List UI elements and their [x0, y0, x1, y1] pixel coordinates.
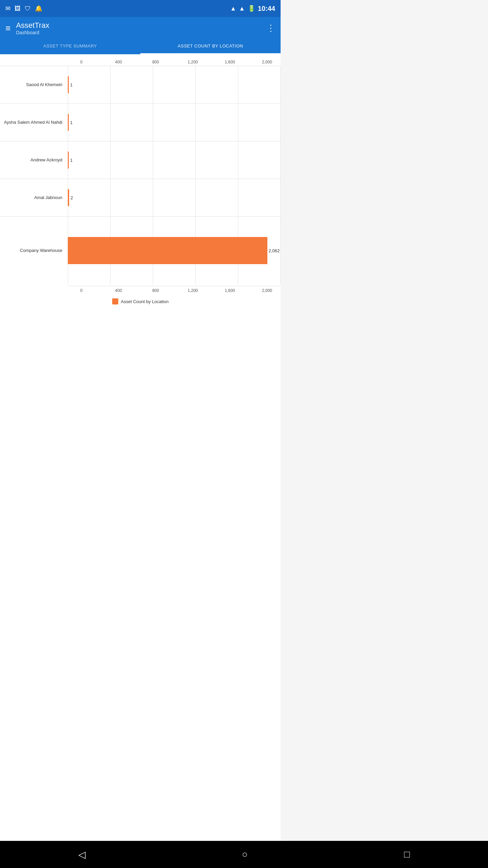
shield-icon: 🛡 — [25, 5, 31, 12]
x-label-1200: 1,200 — [179, 60, 206, 64]
bar-area-saood: 1 — [68, 66, 281, 103]
bar-andrew: 1 — [68, 152, 69, 169]
bar-saood: 1 — [68, 76, 69, 93]
legend-color-box — [112, 298, 118, 304]
chart-container: 0 400 800 1,200 1,600 2,000 Saood Al Khe… — [0, 54, 281, 310]
chart-rows: Saood Al Khemeiri 1 — [0, 66, 281, 284]
x-axis-bottom: 0 400 800 1,200 1,600 2,000 — [68, 286, 281, 293]
row-label-saood: Saood Al Khemeiri — [0, 82, 68, 88]
bottom-nav-bar: ◁ ○ □ — [0, 841, 281, 854]
tab-asset-type-summary[interactable]: ASSET TYPE SUMMARY — [0, 39, 140, 54]
grid-line — [153, 179, 153, 216]
grid-lines — [68, 141, 281, 179]
grid-line — [238, 66, 238, 103]
notification-icon: 🔔 — [35, 5, 42, 12]
bar-area-andrew: 1 — [68, 141, 281, 179]
photo-icon: 🖼 — [15, 5, 21, 12]
row-label-warehouse: Company Warehouse — [0, 248, 68, 254]
grid-line — [238, 179, 238, 216]
app-bar-left: ≡ AssetTrax Dashboard — [5, 21, 49, 35]
home-button[interactable]: ○ — [242, 849, 248, 854]
grid-line — [238, 141, 238, 179]
chart-legend: Asset Count by Location — [0, 298, 281, 304]
main-content: 0 400 800 1,200 1,600 2,000 Saood Al Khe… — [0, 54, 281, 854]
bar-aysha: 1 — [68, 114, 69, 131]
app-bar: ≡ AssetTrax Dashboard ⋮ — [0, 17, 281, 39]
app-title: AssetTrax — [16, 21, 49, 30]
signal-icon: ▲ — [239, 5, 245, 12]
x-axis-top: 0 400 800 1,200 1,600 2,000 — [68, 60, 281, 64]
app-subtitle: Dashboard — [16, 30, 49, 35]
x-label-1600: 1,600 — [216, 60, 243, 64]
grid-line — [110, 104, 110, 141]
status-icons-right: ▲ ▲ 🔋 10:44 — [230, 5, 275, 13]
table-row: Andrew Ackroyd 1 — [0, 141, 281, 179]
status-time: 10:44 — [258, 5, 275, 13]
back-button[interactable]: ◁ — [78, 849, 86, 855]
grid-line — [195, 66, 196, 103]
grid-line — [238, 104, 238, 141]
table-row: Company Warehouse 2,062 — [0, 216, 281, 284]
x-label-0: 0 — [68, 60, 95, 64]
bar-value-amal: 2 — [70, 195, 73, 200]
x-label-800: 800 — [142, 60, 169, 64]
bar-area-warehouse: 2,062 — [68, 217, 281, 284]
legend-label: Asset Count by Location — [121, 299, 169, 304]
grid-line — [280, 179, 281, 216]
bar-value-warehouse: 2,062 — [269, 248, 280, 253]
email-icon: ✉ — [5, 5, 11, 12]
x-bottom-label-400: 400 — [105, 288, 132, 293]
grid-line — [110, 179, 110, 216]
grid-line — [280, 104, 281, 141]
bar-value-saood: 1 — [70, 82, 73, 87]
bar-area-amal: 2 — [68, 179, 281, 216]
x-label-2000: 2,000 — [253, 60, 281, 64]
status-icons-left: ✉ 🖼 🛡 🔔 — [5, 5, 42, 12]
bar-value-aysha: 1 — [70, 120, 73, 125]
app-title-group: AssetTrax Dashboard — [16, 21, 49, 35]
bar-amal: 2 — [68, 189, 69, 206]
grid-line — [195, 141, 196, 179]
tab-asset-count-by-location[interactable]: ASSET COUNT BY LOCATION — [140, 39, 281, 54]
battery-icon: 🔋 — [248, 5, 255, 12]
bar-area-aysha: 1 — [68, 104, 281, 141]
wifi-icon: ▲ — [230, 5, 236, 12]
grid-lines — [68, 66, 281, 103]
grid-lines — [68, 179, 281, 216]
x-bottom-label-800: 800 — [142, 288, 169, 293]
row-label-aysha: Aysha Salem Ahmed Al Nahdi — [0, 120, 68, 125]
table-row: Amal Jabnoun 2 — [0, 179, 281, 216]
x-bottom-label-0: 0 — [68, 288, 95, 293]
grid-line — [153, 66, 153, 103]
tab-bar: ASSET TYPE SUMMARY ASSET COUNT BY LOCATI… — [0, 39, 281, 54]
grid-line — [280, 141, 281, 179]
row-label-andrew: Andrew Ackroyd — [0, 157, 68, 163]
menu-button[interactable]: ≡ — [5, 23, 11, 34]
x-bottom-label-1600: 1,600 — [216, 288, 243, 293]
bar-value-andrew: 1 — [70, 158, 73, 163]
grid-line — [110, 141, 110, 179]
grid-line — [110, 66, 110, 103]
row-label-amal: Amal Jabnoun — [0, 195, 68, 201]
x-label-400: 400 — [105, 60, 132, 64]
status-bar: ✉ 🖼 🛡 🔔 ▲ ▲ 🔋 10:44 — [0, 0, 281, 17]
grid-line — [195, 179, 196, 216]
table-row: Aysha Salem Ahmed Al Nahdi 1 — [0, 103, 281, 141]
bar-warehouse: 2,062 — [68, 237, 267, 264]
more-options-button[interactable]: ⋮ — [266, 23, 275, 34]
grid-line — [280, 217, 281, 284]
grid-lines — [68, 104, 281, 141]
grid-line — [153, 141, 153, 179]
bar-chart: 0 400 800 1,200 1,600 2,000 Saood Al Khe… — [0, 60, 281, 304]
grid-line — [280, 66, 281, 103]
table-row: Saood Al Khemeiri 1 — [0, 66, 281, 103]
grid-line — [195, 104, 196, 141]
x-bottom-label-2000: 2,000 — [253, 288, 281, 293]
x-bottom-label-1200: 1,200 — [179, 288, 206, 293]
grid-line — [153, 104, 153, 141]
